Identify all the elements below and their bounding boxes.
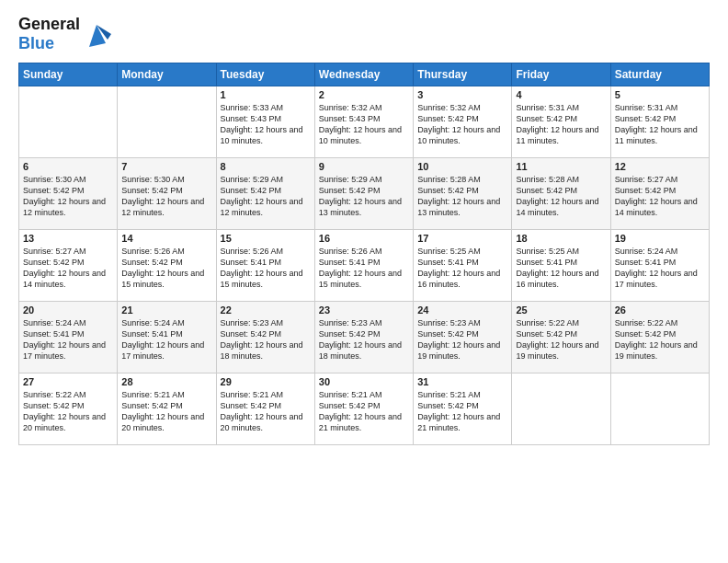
calendar-cell: 28Sunrise: 5:21 AM Sunset: 5:42 PM Dayli… [118, 373, 216, 445]
day-content: Sunrise: 5:29 AM Sunset: 5:42 PM Dayligh… [221, 174, 311, 219]
calendar-week-row: 1Sunrise: 5:33 AM Sunset: 5:43 PM Daylig… [19, 86, 710, 158]
day-content: Sunrise: 5:26 AM Sunset: 5:41 PM Dayligh… [319, 246, 409, 291]
logo-general: GeneralBlue [18, 15, 80, 34]
calendar-header-row: SundayMondayTuesdayWednesdayThursdayFrid… [19, 63, 710, 86]
day-number: 4 [516, 89, 606, 100]
calendar-cell: 8Sunrise: 5:29 AM Sunset: 5:42 PM Daylig… [216, 158, 314, 230]
day-content: Sunrise: 5:21 AM Sunset: 5:42 PM Dayligh… [417, 389, 507, 434]
logo-container: GeneralBlue Blue [18, 15, 111, 53]
day-number: 17 [417, 233, 507, 244]
day-content: Sunrise: 5:24 AM Sunset: 5:41 PM Dayligh… [121, 317, 211, 362]
calendar-cell: 5Sunrise: 5:31 AM Sunset: 5:42 PM Daylig… [610, 86, 709, 158]
calendar-cell: 17Sunrise: 5:25 AM Sunset: 5:41 PM Dayli… [414, 230, 512, 302]
calendar-cell: 10Sunrise: 5:28 AM Sunset: 5:42 PM Dayli… [414, 158, 512, 230]
day-content: Sunrise: 5:22 AM Sunset: 5:42 PM Dayligh… [516, 317, 606, 362]
calendar-cell: 19Sunrise: 5:24 AM Sunset: 5:41 PM Dayli… [610, 230, 709, 302]
day-content: Sunrise: 5:31 AM Sunset: 5:42 PM Dayligh… [516, 102, 606, 147]
day-number: 30 [319, 376, 409, 387]
calendar-cell: 7Sunrise: 5:30 AM Sunset: 5:42 PM Daylig… [118, 158, 216, 230]
calendar-cell: 2Sunrise: 5:32 AM Sunset: 5:43 PM Daylig… [314, 86, 413, 158]
day-number: 31 [417, 376, 507, 387]
day-content: Sunrise: 5:32 AM Sunset: 5:42 PM Dayligh… [417, 102, 507, 147]
day-content: Sunrise: 5:33 AM Sunset: 5:43 PM Dayligh… [221, 102, 311, 147]
day-number: 8 [221, 161, 311, 172]
calendar-cell: 26Sunrise: 5:22 AM Sunset: 5:42 PM Dayli… [610, 302, 709, 373]
calendar-cell: 22Sunrise: 5:23 AM Sunset: 5:42 PM Dayli… [216, 302, 314, 373]
logo-blue: Blue [18, 34, 80, 53]
day-content: Sunrise: 5:21 AM Sunset: 5:42 PM Dayligh… [121, 389, 211, 434]
calendar-cell: 9Sunrise: 5:29 AM Sunset: 5:42 PM Daylig… [314, 158, 413, 230]
day-number: 13 [23, 233, 113, 244]
day-number: 26 [615, 304, 705, 316]
calendar-week-row: 27Sunrise: 5:22 AM Sunset: 5:42 PM Dayli… [19, 373, 710, 445]
day-content: Sunrise: 5:25 AM Sunset: 5:41 PM Dayligh… [417, 246, 507, 291]
day-number: 11 [516, 161, 606, 172]
calendar-cell: 13Sunrise: 5:27 AM Sunset: 5:42 PM Dayli… [19, 230, 118, 302]
calendar-cell [19, 86, 118, 158]
calendar-cell: 15Sunrise: 5:26 AM Sunset: 5:41 PM Dayli… [216, 230, 314, 302]
day-number: 28 [121, 376, 211, 387]
day-number: 15 [221, 233, 311, 244]
calendar-cell: 12Sunrise: 5:27 AM Sunset: 5:42 PM Dayli… [610, 158, 709, 230]
day-number: 1 [221, 89, 311, 100]
calendar-week-row: 6Sunrise: 5:30 AM Sunset: 5:42 PM Daylig… [19, 158, 710, 230]
day-number: 25 [516, 304, 606, 316]
calendar-cell: 18Sunrise: 5:25 AM Sunset: 5:41 PM Dayli… [512, 230, 610, 302]
day-number: 6 [23, 161, 113, 172]
calendar-cell [118, 86, 216, 158]
day-number: 3 [417, 89, 507, 100]
day-content: Sunrise: 5:23 AM Sunset: 5:42 PM Dayligh… [417, 317, 507, 362]
day-number: 23 [319, 304, 409, 316]
day-content: Sunrise: 5:28 AM Sunset: 5:42 PM Dayligh… [417, 174, 507, 219]
calendar-cell [512, 373, 610, 445]
logo: GeneralBlue Blue [18, 15, 111, 53]
calendar-cell: 1Sunrise: 5:33 AM Sunset: 5:43 PM Daylig… [216, 86, 314, 158]
day-content: Sunrise: 5:21 AM Sunset: 5:42 PM Dayligh… [221, 389, 311, 434]
calendar-cell: 6Sunrise: 5:30 AM Sunset: 5:42 PM Daylig… [19, 158, 118, 230]
day-content: Sunrise: 5:22 AM Sunset: 5:42 PM Dayligh… [615, 317, 705, 362]
calendar-day-header: Monday [118, 63, 216, 86]
day-number: 14 [121, 233, 211, 244]
day-content: Sunrise: 5:21 AM Sunset: 5:42 PM Dayligh… [319, 389, 409, 434]
calendar-cell: 21Sunrise: 5:24 AM Sunset: 5:41 PM Dayli… [118, 302, 216, 373]
day-number: 2 [319, 89, 409, 100]
calendar-cell: 20Sunrise: 5:24 AM Sunset: 5:41 PM Dayli… [19, 302, 118, 373]
calendar-cell: 24Sunrise: 5:23 AM Sunset: 5:42 PM Dayli… [414, 302, 512, 373]
calendar-cell: 14Sunrise: 5:26 AM Sunset: 5:42 PM Dayli… [118, 230, 216, 302]
day-number: 16 [319, 233, 409, 244]
day-content: Sunrise: 5:26 AM Sunset: 5:42 PM Dayligh… [121, 246, 211, 291]
calendar-cell: 23Sunrise: 5:23 AM Sunset: 5:42 PM Dayli… [314, 302, 413, 373]
calendar-cell: 31Sunrise: 5:21 AM Sunset: 5:42 PM Dayli… [414, 373, 512, 445]
day-content: Sunrise: 5:30 AM Sunset: 5:42 PM Dayligh… [121, 174, 211, 219]
day-number: 29 [221, 376, 311, 387]
day-number: 18 [516, 233, 606, 244]
day-number: 19 [615, 233, 705, 244]
calendar-cell: 4Sunrise: 5:31 AM Sunset: 5:42 PM Daylig… [512, 86, 610, 158]
calendar: SundayMondayTuesdayWednesdayThursdayFrid… [18, 63, 710, 445]
day-content: Sunrise: 5:29 AM Sunset: 5:42 PM Dayligh… [319, 174, 409, 219]
calendar-week-row: 20Sunrise: 5:24 AM Sunset: 5:41 PM Dayli… [19, 302, 710, 373]
day-number: 21 [121, 304, 211, 316]
calendar-cell: 25Sunrise: 5:22 AM Sunset: 5:42 PM Dayli… [512, 302, 610, 373]
calendar-day-header: Tuesday [216, 63, 314, 86]
day-number: 9 [319, 161, 409, 172]
day-number: 27 [23, 376, 113, 387]
day-content: Sunrise: 5:24 AM Sunset: 5:41 PM Dayligh… [615, 246, 705, 291]
day-content: Sunrise: 5:25 AM Sunset: 5:41 PM Dayligh… [516, 246, 606, 291]
calendar-cell: 11Sunrise: 5:28 AM Sunset: 5:42 PM Dayli… [512, 158, 610, 230]
day-content: Sunrise: 5:24 AM Sunset: 5:41 PM Dayligh… [23, 317, 113, 362]
day-content: Sunrise: 5:27 AM Sunset: 5:42 PM Dayligh… [23, 246, 113, 291]
day-number: 7 [121, 161, 211, 172]
day-number: 24 [417, 304, 507, 316]
calendar-day-header: Thursday [414, 63, 512, 86]
day-number: 20 [23, 304, 113, 316]
calendar-cell: 3Sunrise: 5:32 AM Sunset: 5:42 PM Daylig… [414, 86, 512, 158]
day-number: 12 [615, 161, 705, 172]
calendar-cell: 30Sunrise: 5:21 AM Sunset: 5:42 PM Dayli… [314, 373, 413, 445]
svg-marker-0 [89, 25, 106, 47]
day-number: 5 [615, 89, 705, 100]
calendar-cell: 27Sunrise: 5:22 AM Sunset: 5:42 PM Dayli… [19, 373, 118, 445]
day-content: Sunrise: 5:23 AM Sunset: 5:42 PM Dayligh… [221, 317, 311, 362]
day-content: Sunrise: 5:27 AM Sunset: 5:42 PM Dayligh… [615, 174, 705, 219]
calendar-day-header: Saturday [610, 63, 709, 86]
